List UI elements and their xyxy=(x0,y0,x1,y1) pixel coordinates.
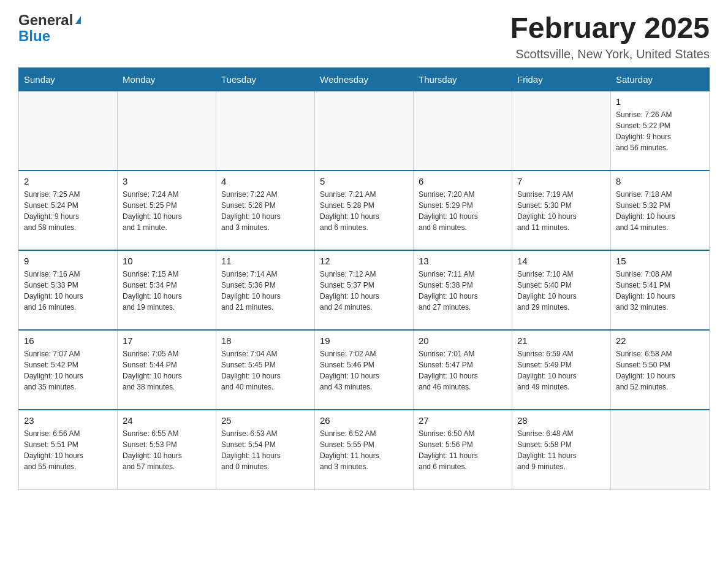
calendar-cell: 10Sunrise: 7:15 AMSunset: 5:34 PMDayligh… xyxy=(118,250,216,330)
day-info: Sunrise: 7:15 AMSunset: 5:34 PMDaylight:… xyxy=(123,269,211,313)
day-info: Sunrise: 7:08 AMSunset: 5:41 PMDaylight:… xyxy=(616,269,704,313)
day-number: 5 xyxy=(320,176,408,186)
day-info: Sunrise: 7:24 AMSunset: 5:25 PMDaylight:… xyxy=(123,189,211,233)
day-number: 4 xyxy=(221,176,309,186)
calendar-cell: 12Sunrise: 7:12 AMSunset: 5:37 PMDayligh… xyxy=(315,250,414,330)
day-info: Sunrise: 6:58 AMSunset: 5:50 PMDaylight:… xyxy=(616,348,704,393)
day-info: Sunrise: 7:05 AMSunset: 5:44 PMDaylight:… xyxy=(123,348,211,393)
day-info: Sunrise: 7:12 AMSunset: 5:37 PMDaylight:… xyxy=(320,269,408,313)
day-info: Sunrise: 6:55 AMSunset: 5:53 PMDaylight:… xyxy=(123,428,211,472)
day-number: 18 xyxy=(221,335,309,346)
day-number: 26 xyxy=(320,415,408,426)
day-number: 16 xyxy=(24,335,112,346)
day-number: 7 xyxy=(517,176,605,186)
calendar-cell: 2Sunrise: 7:25 AMSunset: 5:24 PMDaylight… xyxy=(19,170,118,250)
day-number: 14 xyxy=(517,256,605,266)
day-number: 10 xyxy=(123,256,211,266)
day-info: Sunrise: 7:10 AMSunset: 5:40 PMDaylight:… xyxy=(517,269,605,313)
calendar-cell: 18Sunrise: 7:04 AMSunset: 5:45 PMDayligh… xyxy=(216,330,315,410)
day-info: Sunrise: 7:25 AMSunset: 5:24 PMDaylight:… xyxy=(24,189,112,233)
calendar-cell: 27Sunrise: 6:50 AMSunset: 5:56 PMDayligh… xyxy=(414,410,512,489)
day-number: 23 xyxy=(24,415,112,426)
calendar-cell: 20Sunrise: 7:01 AMSunset: 5:47 PMDayligh… xyxy=(414,330,512,410)
calendar-week-1: 1Sunrise: 7:26 AMSunset: 5:22 PMDaylight… xyxy=(19,91,710,170)
weekday-header-tuesday: Tuesday xyxy=(216,67,315,91)
day-number: 20 xyxy=(419,335,507,346)
day-info: Sunrise: 7:16 AMSunset: 5:33 PMDaylight:… xyxy=(24,269,112,313)
calendar-cell: 14Sunrise: 7:10 AMSunset: 5:40 PMDayligh… xyxy=(512,250,611,330)
calendar-cell xyxy=(512,91,611,170)
day-number: 11 xyxy=(221,256,309,266)
calendar-cell: 22Sunrise: 6:58 AMSunset: 5:50 PMDayligh… xyxy=(611,330,710,410)
day-number: 24 xyxy=(123,415,211,426)
day-number: 22 xyxy=(616,335,704,346)
weekday-header-saturday: Saturday xyxy=(611,67,710,91)
calendar-cell: 26Sunrise: 6:52 AMSunset: 5:55 PMDayligh… xyxy=(315,410,414,489)
day-number: 13 xyxy=(419,256,507,266)
day-info: Sunrise: 6:56 AMSunset: 5:51 PMDaylight:… xyxy=(24,428,112,472)
calendar-cell: 25Sunrise: 6:53 AMSunset: 5:54 PMDayligh… xyxy=(216,410,315,489)
day-number: 19 xyxy=(320,335,408,346)
day-number: 21 xyxy=(517,335,605,346)
calendar-cell: 24Sunrise: 6:55 AMSunset: 5:53 PMDayligh… xyxy=(118,410,216,489)
calendar-cell: 4Sunrise: 7:22 AMSunset: 5:26 PMDaylight… xyxy=(216,170,315,250)
calendar-cell xyxy=(611,410,710,489)
calendar-cell xyxy=(315,91,414,170)
page-header: General Blue February 2025 Scottsville, … xyxy=(18,12,710,61)
calendar-cell: 21Sunrise: 6:59 AMSunset: 5:49 PMDayligh… xyxy=(512,330,611,410)
calendar-week-2: 2Sunrise: 7:25 AMSunset: 5:24 PMDaylight… xyxy=(19,170,710,250)
logo: General Blue xyxy=(18,12,81,45)
weekday-header-friday: Friday xyxy=(512,67,611,91)
day-info: Sunrise: 7:04 AMSunset: 5:45 PMDaylight:… xyxy=(221,348,309,393)
day-number: 15 xyxy=(616,256,704,266)
calendar-cell: 17Sunrise: 7:05 AMSunset: 5:44 PMDayligh… xyxy=(118,330,216,410)
calendar-cell: 19Sunrise: 7:02 AMSunset: 5:46 PMDayligh… xyxy=(315,330,414,410)
day-number: 28 xyxy=(517,415,605,426)
calendar-week-3: 9Sunrise: 7:16 AMSunset: 5:33 PMDaylight… xyxy=(19,250,710,330)
calendar-cell: 8Sunrise: 7:18 AMSunset: 5:32 PMDaylight… xyxy=(611,170,710,250)
day-info: Sunrise: 6:50 AMSunset: 5:56 PMDaylight:… xyxy=(419,428,507,472)
calendar-cell: 6Sunrise: 7:20 AMSunset: 5:29 PMDaylight… xyxy=(414,170,512,250)
month-title: February 2025 xyxy=(510,12,710,45)
calendar-cell: 5Sunrise: 7:21 AMSunset: 5:28 PMDaylight… xyxy=(315,170,414,250)
calendar-cell: 1Sunrise: 7:26 AMSunset: 5:22 PMDaylight… xyxy=(611,91,710,170)
calendar-cell: 7Sunrise: 7:19 AMSunset: 5:30 PMDaylight… xyxy=(512,170,611,250)
calendar-cell: 13Sunrise: 7:11 AMSunset: 5:38 PMDayligh… xyxy=(414,250,512,330)
calendar-cell xyxy=(118,91,216,170)
calendar-cell: 15Sunrise: 7:08 AMSunset: 5:41 PMDayligh… xyxy=(611,250,710,330)
calendar-cell xyxy=(216,91,315,170)
day-number: 9 xyxy=(24,256,112,266)
day-info: Sunrise: 7:14 AMSunset: 5:36 PMDaylight:… xyxy=(221,269,309,313)
calendar-cell: 23Sunrise: 6:56 AMSunset: 5:51 PMDayligh… xyxy=(19,410,118,489)
day-info: Sunrise: 7:11 AMSunset: 5:38 PMDaylight:… xyxy=(419,269,507,313)
day-number: 3 xyxy=(123,176,211,186)
day-number: 27 xyxy=(419,415,507,426)
logo-general: General xyxy=(18,12,81,28)
day-info: Sunrise: 6:53 AMSunset: 5:54 PMDaylight:… xyxy=(221,428,309,472)
weekday-header-row: SundayMondayTuesdayWednesdayThursdayFrid… xyxy=(19,67,710,91)
calendar-cell: 28Sunrise: 6:48 AMSunset: 5:58 PMDayligh… xyxy=(512,410,611,489)
day-info: Sunrise: 6:59 AMSunset: 5:49 PMDaylight:… xyxy=(517,348,605,393)
day-info: Sunrise: 7:22 AMSunset: 5:26 PMDaylight:… xyxy=(221,189,309,233)
day-number: 17 xyxy=(123,335,211,346)
weekday-header-thursday: Thursday xyxy=(414,67,512,91)
day-info: Sunrise: 7:18 AMSunset: 5:32 PMDaylight:… xyxy=(616,189,704,233)
day-info: Sunrise: 7:07 AMSunset: 5:42 PMDaylight:… xyxy=(24,348,112,393)
weekday-header-wednesday: Wednesday xyxy=(315,67,414,91)
calendar-cell: 9Sunrise: 7:16 AMSunset: 5:33 PMDaylight… xyxy=(19,250,118,330)
calendar-cell: 11Sunrise: 7:14 AMSunset: 5:36 PMDayligh… xyxy=(216,250,315,330)
calendar-cell: 3Sunrise: 7:24 AMSunset: 5:25 PMDaylight… xyxy=(118,170,216,250)
day-info: Sunrise: 7:02 AMSunset: 5:46 PMDaylight:… xyxy=(320,348,408,393)
day-number: 2 xyxy=(24,176,112,186)
title-block: February 2025 Scottsville, New York, Uni… xyxy=(510,12,710,61)
day-info: Sunrise: 6:52 AMSunset: 5:55 PMDaylight:… xyxy=(320,428,408,472)
location: Scottsville, New York, United States xyxy=(510,47,710,61)
weekday-header-sunday: Sunday xyxy=(19,67,118,91)
day-number: 8 xyxy=(616,176,704,186)
calendar-cell: 16Sunrise: 7:07 AMSunset: 5:42 PMDayligh… xyxy=(19,330,118,410)
calendar-cell xyxy=(19,91,118,170)
calendar-cell xyxy=(414,91,512,170)
day-number: 12 xyxy=(320,256,408,266)
weekday-header-monday: Monday xyxy=(118,67,216,91)
day-info: Sunrise: 7:21 AMSunset: 5:28 PMDaylight:… xyxy=(320,189,408,233)
